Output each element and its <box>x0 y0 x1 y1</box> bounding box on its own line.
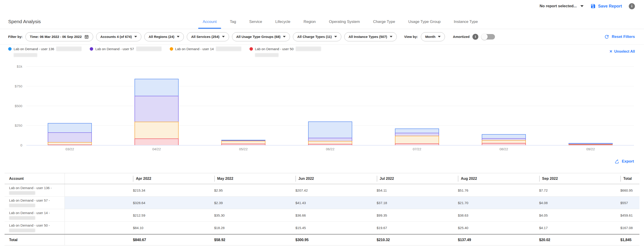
column-header-month[interactable]: Aug 2022 <box>455 176 536 182</box>
value-cell: $84.10 <box>130 226 212 230</box>
row-cells: $215.34$2.95$207.42$54.11$51.76$7.72$660… <box>65 184 640 196</box>
bar-segment[interactable] <box>221 141 266 143</box>
bar-segment[interactable] <box>221 140 266 140</box>
tab-lifecycle[interactable]: Lifecycle <box>273 19 293 29</box>
bar-segment[interactable] <box>568 145 613 145</box>
tab-operating-system[interactable]: Operating System <box>326 19 363 29</box>
bar-segment[interactable] <box>134 79 179 96</box>
column-header-label: Jun 2022 <box>298 177 314 181</box>
bar-segment[interactable] <box>48 142 92 145</box>
column-tick <box>539 176 540 182</box>
table-row[interactable]: Lab on Demand - user 57 -$328.64$2.39$41… <box>4 197 640 209</box>
tab-account[interactable]: Account <box>200 19 219 29</box>
info-icon[interactable]: i <box>472 34 478 40</box>
bar-segment[interactable] <box>134 138 179 145</box>
bar-segment[interactable] <box>482 134 526 138</box>
tab-service[interactable]: Service <box>246 19 265 29</box>
legend-label: Lab on Demand - user 14 <box>175 47 214 51</box>
bar-segment[interactable] <box>221 144 266 145</box>
tab-usage-type-group[interactable]: Usage Type Group <box>406 19 443 29</box>
column-header-account[interactable]: Account <box>4 173 65 184</box>
bar-segment[interactable] <box>48 123 92 132</box>
legend-label: Lab on Demand - user 57 <box>95 47 134 51</box>
table-header-row: AccountApr 2022May 2022Jun 2022Jul 2022A… <box>4 173 640 184</box>
bar-segment[interactable] <box>48 132 92 142</box>
bar-segment[interactable] <box>568 144 613 144</box>
reset-filters-button[interactable]: Reset Filters <box>604 34 635 39</box>
account-cell: Lab on Demand - user 57 - <box>4 197 65 209</box>
view-by-dropdown[interactable]: Month <box>421 32 445 41</box>
legend-item-line: Lab on Demand - user 136 <box>8 46 82 51</box>
chevron-down-icon <box>390 36 392 37</box>
column-header-month[interactable]: Sep 2022 <box>536 176 618 182</box>
table-row[interactable]: Lab on Demand - user 50 -$84.10$18.28$15… <box>4 222 640 234</box>
bar-segment[interactable] <box>395 143 439 145</box>
redacted-text <box>9 204 35 207</box>
row-cells: $328.64$2.39$41.43$37.18$21.70$4.08$557 <box>65 197 640 209</box>
info-icon[interactable]: i <box>629 3 635 9</box>
redacted-text <box>9 191 35 195</box>
legend-item[interactable]: Lab on Demand - user 136 <box>8 46 82 57</box>
bar-segment[interactable] <box>48 145 92 145</box>
bar-segment[interactable] <box>568 143 613 144</box>
report-selector-dropdown[interactable]: No report selected... <box>540 4 584 8</box>
cell-value: $328.64 <box>133 201 145 205</box>
bar-segment[interactable] <box>482 143 526 145</box>
column-tick <box>214 176 215 182</box>
bar-segment[interactable] <box>308 144 352 145</box>
bar-segment[interactable] <box>308 138 352 141</box>
filter-dropdown-accounts-4-of-674-[interactable]: Accounts 4 (of 674) <box>96 32 141 41</box>
y-axis-label: $250 <box>15 123 22 127</box>
y-axis-label: 0 <box>20 143 22 147</box>
column-header-month[interactable]: Apr 2022 <box>130 176 212 182</box>
legend-label: Lab on Demand - user 50 <box>255 47 294 51</box>
tab-instance-type[interactable]: Instance Type <box>451 19 480 29</box>
column-header-total[interactable]: Total <box>618 176 640 182</box>
filter-dropdown-all-regions-24-[interactable]: All Regions (24) <box>144 32 184 41</box>
value-cell: $207.42 <box>293 188 374 192</box>
filter-dropdown-all-charge-types-11-[interactable]: All Charge Types (11) <box>293 32 341 41</box>
legend-item[interactable]: Lab on Demand - user 50 <box>250 46 321 57</box>
unselect-all-button[interactable]: ✕ Unselect All <box>610 49 635 54</box>
bar-segment[interactable] <box>308 141 352 144</box>
bar-segment[interactable] <box>395 136 439 143</box>
column-header-month[interactable]: Jul 2022 <box>374 176 456 182</box>
bar-segment[interactable] <box>482 138 526 140</box>
legend-item[interactable]: Lab on Demand - user 14 <box>170 46 241 51</box>
value-cell: $215.34 <box>130 188 212 192</box>
save-report-button[interactable]: Save Report <box>590 3 622 9</box>
amortized-toggle[interactable] <box>482 34 495 39</box>
export-button[interactable]: Export <box>614 159 634 164</box>
cell-value: $36.66 <box>296 213 306 217</box>
filter-dropdown-all-instance-types-507-[interactable]: All Instance Types (507) <box>344 32 397 41</box>
bar-segment[interactable] <box>482 140 526 143</box>
column-header-month[interactable]: Jun 2022 <box>293 176 374 182</box>
chart-plot[interactable]: 03/2204/2205/2206/2207/2208/2209/22 <box>26 65 634 145</box>
filter-dropdown-all-services-254-[interactable]: All Services (254) <box>187 32 229 41</box>
cell-value: $4.08 <box>539 201 548 205</box>
bar-segment[interactable] <box>134 122 179 138</box>
legend-dot-icon <box>250 47 253 51</box>
table-row[interactable]: Lab on Demand - user 136 -$215.34$2.95$2… <box>4 184 640 197</box>
gridline <box>26 145 634 146</box>
redacted-text <box>296 46 321 51</box>
legend-item[interactable]: Lab on Demand - user 57 <box>90 46 161 51</box>
tab-charge-type[interactable]: Charge Type <box>370 19 398 29</box>
tab-region[interactable]: Region <box>301 19 318 29</box>
time-filter[interactable]: Time: 06 Mar 2022 - 06 Sep 2022 <box>26 32 93 41</box>
bar-segment[interactable] <box>395 128 439 133</box>
column-header-month[interactable]: May 2022 <box>212 176 293 182</box>
cell-value: $212.59 <box>133 213 145 217</box>
bar-segment[interactable] <box>395 133 439 136</box>
bar-segment[interactable] <box>568 144 613 145</box>
account-cell: Lab on Demand - user 50 - <box>4 222 65 234</box>
total-cell: $459.61 <box>618 213 640 217</box>
bar-segment[interactable] <box>308 121 352 138</box>
column-header-label: Jul 2022 <box>380 177 394 181</box>
tab-tag[interactable]: Tag <box>227 19 238 29</box>
bar-segment[interactable] <box>134 96 179 122</box>
table-row[interactable]: Lab on Demand - user 14 -$212.59$35.30$3… <box>4 209 640 222</box>
filter-dropdown-all-usage-type-groups-68-[interactable]: All Usage Type Groups (68) <box>232 32 290 41</box>
y-axis-label: $500 <box>15 104 22 108</box>
bar-segment[interactable] <box>221 140 266 141</box>
